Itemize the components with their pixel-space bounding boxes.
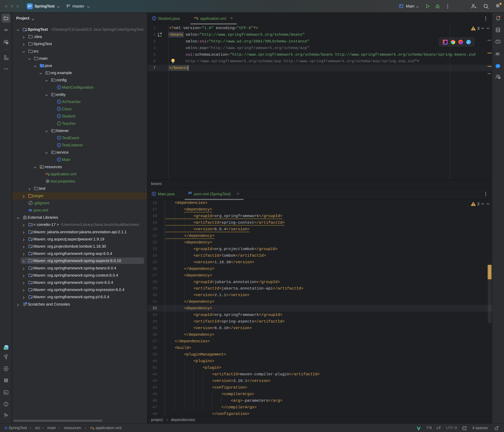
svg-text:m: m [28, 208, 32, 212]
svg-text:C: C [58, 108, 60, 110]
svg-text:C: C [153, 192, 155, 195]
svg-text:C: C [58, 136, 60, 139]
svg-text:C: C [58, 144, 60, 147]
svg-text:C: C [58, 86, 60, 89]
svg-text:?: ? [7, 42, 8, 44]
svg-text:C: C [58, 158, 60, 161]
svg-text:I: I [59, 122, 60, 125]
svg-text:C: C [58, 100, 60, 103]
svg-text:C: C [58, 115, 60, 118]
svg-text:C: C [153, 17, 155, 20]
